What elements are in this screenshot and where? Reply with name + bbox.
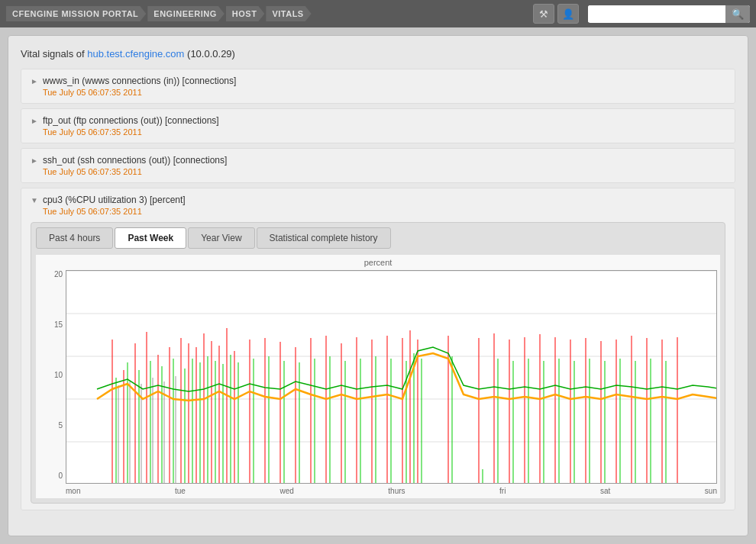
search-box: 🔍 xyxy=(588,5,750,23)
main-content: Vital signals of hub.test.cfengine.com (… xyxy=(8,35,748,536)
chart-svg xyxy=(66,270,717,484)
vital-date-ssh-out: Tue July 05 06:07:35 2011 xyxy=(43,167,227,176)
vital-item-ftp-out: ► ftp_out (ftp connections (out)) [conne… xyxy=(21,108,735,143)
vital-name-ftp-out: ftp_out (ftp connections (out)) [connect… xyxy=(43,115,219,126)
tab-statistical[interactable]: Statistical complete history xyxy=(257,227,391,249)
x-label-mon: mon xyxy=(66,487,80,495)
vital-name-cpu3: cpu3 (%CPU utilization 3) [percent] xyxy=(43,195,186,205)
vital-content-cpu3: cpu3 (%CPU utilization 3) [percent] Tue … xyxy=(43,195,186,216)
x-label-tue: tue xyxy=(175,487,186,495)
y-label-10: 10 xyxy=(54,371,63,379)
chart-tabs-container: Past 4 hours Past Week Year View Statist… xyxy=(31,222,725,504)
vital-date-wwws-in: Tue July 05 06:07:35 2011 xyxy=(43,88,236,97)
vital-name-ssh-out: ssh_out (ssh connections (out)) [connect… xyxy=(43,155,227,166)
vital-item-cpu3: ▼ cpu3 (%CPU utilization 3) [percent] Tu… xyxy=(21,188,735,510)
chart-body: mon tue wed thurs fri sat sun xyxy=(66,270,717,495)
vital-content-ftp-out: ftp_out (ftp connections (out)) [connect… xyxy=(43,115,219,137)
vital-date-cpu3: Tue July 05 06:07:35 2011 xyxy=(43,207,186,216)
y-label-5: 5 xyxy=(58,421,63,430)
y-label-20: 20 xyxy=(54,270,63,278)
y-label-15: 15 xyxy=(54,320,63,329)
tools-icon-button[interactable]: ⚒ xyxy=(533,4,554,24)
x-label-wed: wed xyxy=(279,487,293,495)
search-button[interactable]: 🔍 xyxy=(725,5,750,23)
host-ip: (10.0.0.29) xyxy=(187,48,235,60)
vital-date-ftp-out: Tue July 05 06:07:35 2011 xyxy=(43,127,219,137)
y-label-0: 0 xyxy=(58,472,63,480)
breadcrumb-engineering[interactable]: ENGINEERING xyxy=(147,6,225,21)
tab-yearview[interactable]: Year View xyxy=(188,227,254,249)
chart-tabs-bar: Past 4 hours Past Week Year View Statist… xyxy=(36,227,720,249)
expand-toggle-ftp-out[interactable]: ► xyxy=(31,117,38,125)
x-axis: mon tue wed thurs fri sat sun xyxy=(66,484,717,495)
tab-pastweek[interactable]: Past Week xyxy=(115,227,186,249)
x-label-sun: sun xyxy=(705,487,717,495)
vital-name-wwws-in: wwws_in (wwws connections (in)) [connect… xyxy=(43,76,236,86)
chart-wrapper: 20 15 10 5 0 xyxy=(39,270,717,495)
chart-unit-label: percent xyxy=(39,258,717,267)
breadcrumb-vitals[interactable]: VITALS xyxy=(266,6,311,21)
vital-content-wwws-in: wwws_in (wwws connections (in)) [connect… xyxy=(43,76,236,97)
vital-item-wwws-in: ► wwws_in (wwws connections (in)) [conne… xyxy=(21,69,735,104)
x-label-thurs: thurs xyxy=(388,487,405,495)
host-link[interactable]: hub.test.cfengine.com xyxy=(87,48,184,60)
y-axis: 20 15 10 5 0 xyxy=(39,270,66,495)
x-label-sat: sat xyxy=(600,487,610,495)
search-input[interactable] xyxy=(588,5,725,22)
nav-icons: ⚒ 👤 🔍 xyxy=(533,4,750,24)
top-navbar: CFENGINE MISSION PORTAL ENGINEERING HOST… xyxy=(0,0,756,27)
breadcrumb-cfengine[interactable]: CFENGINE MISSION PORTAL xyxy=(6,6,146,21)
page-title: Vital signals of hub.test.cfengine.com (… xyxy=(21,48,735,60)
vital-item-ssh-out: ► ssh_out (ssh connections (out)) [conne… xyxy=(21,148,735,183)
vital-content-ssh-out: ssh_out (ssh connections (out)) [connect… xyxy=(43,155,227,176)
chart-svg-element xyxy=(66,271,716,484)
user-icon-button[interactable]: 👤 xyxy=(557,4,579,24)
breadcrumb-host[interactable]: HOST xyxy=(226,6,265,21)
expand-toggle-cpu3[interactable]: ▼ xyxy=(31,196,38,204)
tab-past4hours[interactable]: Past 4 hours xyxy=(36,227,113,249)
expand-toggle-ssh-out[interactable]: ► xyxy=(31,156,38,165)
breadcrumb: CFENGINE MISSION PORTAL ENGINEERING HOST… xyxy=(6,6,533,21)
vital-header-cpu3: ▼ cpu3 (%CPU utilization 3) [percent] Tu… xyxy=(31,195,725,216)
x-label-fri: fri xyxy=(499,487,506,495)
expand-toggle-wwws-in[interactable]: ► xyxy=(31,77,38,85)
chart-area: percent 20 15 10 5 0 xyxy=(36,255,720,498)
